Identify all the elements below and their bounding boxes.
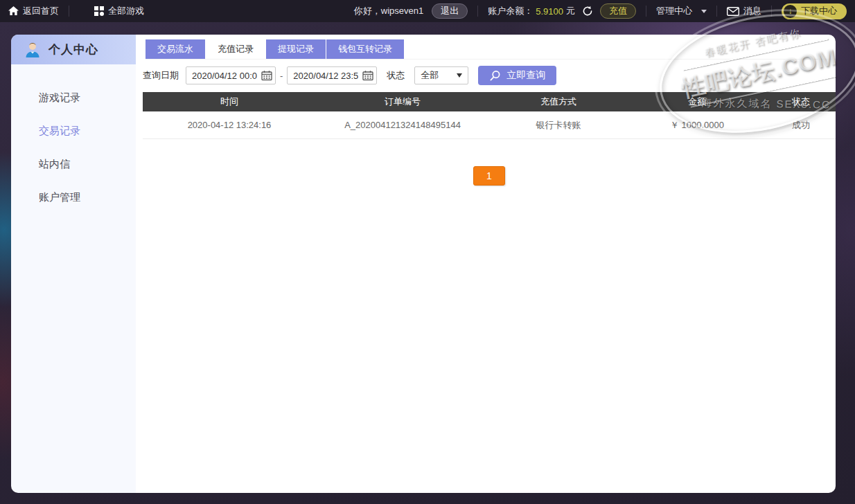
topbar-divider [646, 6, 646, 17]
sidebar-item-label: 账户管理 [39, 191, 80, 204]
home-label: 返回首页 [23, 5, 59, 17]
status-select-value: 全部 [421, 69, 439, 82]
sidebar: 个人中心 游戏记录 交易记录 站内信 账户管理 [11, 35, 136, 493]
column-header-amount: 金额 [628, 96, 766, 108]
balance-label: 账户余额： [488, 5, 533, 17]
calendar-icon[interactable] [362, 71, 373, 81]
download-center-label: 下载中心 [801, 5, 837, 17]
all-games-label: 全部游戏 [108, 5, 144, 17]
home-link[interactable]: 返回首页 [8, 5, 59, 17]
topbar-divider [771, 6, 772, 17]
sidebar-item-site-messages[interactable]: 站内信 [11, 147, 136, 181]
download-center-button[interactable]: ↓ 下载中心 [782, 3, 847, 19]
status-label: 状态 [387, 69, 405, 82]
tab-recharge-records[interactable]: 充值记录 [206, 39, 265, 59]
all-games-link[interactable]: 全部游戏 [94, 5, 144, 17]
chevron-down-icon [457, 73, 462, 78]
balance-unit: 元 [566, 5, 575, 17]
calendar-icon[interactable] [261, 71, 272, 81]
messages-link[interactable]: 消息 [727, 5, 761, 17]
sidebar-header: 个人中心 [11, 35, 136, 64]
cell-method: 银行卡转账 [489, 119, 628, 132]
sidebar-item-label: 站内信 [39, 158, 70, 171]
pagination: 1 [143, 166, 836, 186]
page-button-1[interactable]: 1 [473, 166, 505, 186]
topbar-divider [716, 6, 717, 17]
date-separator: - [280, 71, 283, 81]
date-range-label: 查询日期 [143, 69, 179, 82]
sidebar-item-account-management[interactable]: 账户管理 [11, 181, 136, 214]
recharge-button[interactable]: 充值 [600, 3, 636, 19]
balance-value: 5.9100 [536, 6, 563, 17]
main-panel: 交易流水 充值记录 提现记录 钱包互转记录 查询日期 [136, 35, 836, 493]
page-title: 个人中心 [49, 42, 98, 57]
query-toolbar: 查询日期 - [143, 66, 836, 85]
admin-center-label: 管理中心 [656, 5, 692, 17]
column-header-time: 时间 [143, 96, 316, 108]
sidebar-item-game-records[interactable]: 游戏记录 [11, 81, 136, 114]
home-icon [8, 6, 19, 16]
column-header-order-no: 订单编号 [316, 96, 489, 108]
admin-center-menu[interactable]: 管理中心 [656, 5, 707, 17]
grid-icon [94, 6, 104, 16]
cell-amount: ￥ 1000.0000 [628, 119, 766, 132]
logout-button[interactable]: 退出 [432, 3, 468, 19]
date-to-field [287, 66, 377, 84]
cell-order-no: A_202004121324148495144 [316, 120, 489, 130]
table-row: 2020-04-12 13:24:16 A_202004121324148495… [143, 111, 836, 139]
sidebar-item-label: 游戏记录 [39, 91, 80, 105]
records-table: 时间 订单编号 充值方式 金额 状态 2020-04-12 13:24:16 A… [143, 92, 836, 139]
download-icon: ↓ [784, 5, 797, 18]
date-from-field [186, 66, 276, 84]
column-header-method: 充值方式 [489, 96, 628, 108]
status-select[interactable]: 全部 [414, 66, 468, 84]
chevron-down-icon [701, 10, 707, 13]
topbar-divider [69, 6, 69, 17]
topbar-divider [477, 6, 478, 17]
cell-time: 2020-04-12 13:24:16 [143, 120, 316, 130]
search-button-label: 立即查询 [506, 69, 545, 82]
search-button[interactable]: 立即查询 [478, 66, 556, 85]
user-greeting: 你好，wipseven1 [354, 5, 423, 17]
content-panel: 个人中心 游戏记录 交易记录 站内信 账户管理 交易流水 [11, 35, 836, 493]
topbar: 返回首页 全部游戏 你好，wipseven1 退出 账户余额： 5.9100 元… [0, 0, 855, 22]
tab-wallet-transfer-records[interactable]: 钱包互转记录 [326, 39, 404, 59]
column-header-status: 状态 [766, 96, 836, 108]
tab-transaction-flow[interactable]: 交易流水 [146, 39, 205, 59]
search-icon [489, 70, 501, 82]
tab-withdrawal-records[interactable]: 提现记录 [266, 39, 326, 59]
envelope-icon [727, 7, 739, 16]
table-header-row: 时间 订单编号 充值方式 金额 状态 [143, 92, 836, 111]
cell-status: 成功 [766, 119, 836, 132]
messages-label: 消息 [743, 5, 761, 17]
refresh-icon[interactable] [582, 6, 593, 17]
sidebar-item-label: 交易记录 [39, 125, 80, 138]
tabs: 交易流水 充值记录 提现记录 钱包互转记录 [146, 39, 836, 60]
sidebar-item-transaction-records[interactable]: 交易记录 [11, 114, 136, 147]
page-background: 个人中心 游戏记录 交易记录 站内信 账户管理 交易流水 [0, 22, 855, 504]
sidebar-menu: 游戏记录 交易记录 站内信 账户管理 [11, 64, 136, 214]
avatar [24, 41, 42, 59]
